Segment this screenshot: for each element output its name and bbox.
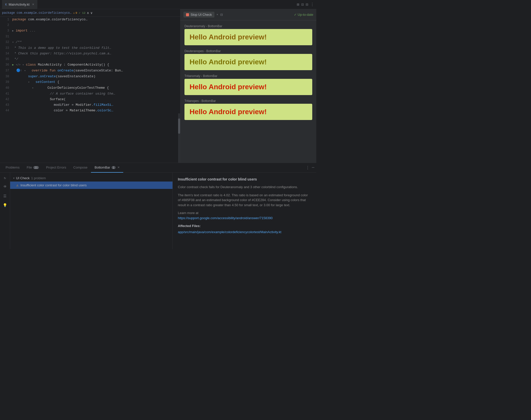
- preview-section-deuteranopes: Deuteranopes - BottomBar Hello Android p…: [184, 49, 312, 70]
- tab-compose[interactable]: Compose: [70, 163, 91, 173]
- tab-project-errors[interactable]: Project Errors: [42, 163, 70, 173]
- preview-section-deuteranomaly: Deuteranomaly - BottomBar Hello Android …: [184, 24, 312, 45]
- warning-triangle-icon: ⚠: [16, 183, 18, 187]
- main-layout: package com.example.colordeficiencyco… ⚠…: [0, 9, 316, 163]
- detail-panel: Insufficient color contrast for color bl…: [173, 173, 316, 249]
- problem-text: Insufficient color contrast for color bl…: [20, 183, 87, 187]
- ui-check-label: UI Check: [16, 176, 29, 180]
- tab-filename: MainActivity.kt: [9, 3, 29, 6]
- problem-item-contrast[interactable]: ⚠ Insufficient color contrast for color …: [10, 182, 173, 189]
- bottom-panel: Problems File 21 Project Errors Compose …: [0, 163, 316, 249]
- detail-learn-more: Learn more at https://support.google.com…: [178, 211, 311, 220]
- detail-title: Insufficient color contrast for color bl…: [178, 177, 311, 182]
- chevron-up-icon[interactable]: ∧: [87, 11, 89, 15]
- toolbar-actions: ⊞ ⊡ ⊟ ⋮: [297, 2, 314, 7]
- problems-list: ▾ UI Check 1 problem ⚠ Insufficient colo…: [10, 173, 173, 249]
- code-line-37: 37 🔵↑ ▾ override fun onCreate(savedInsta…: [0, 68, 180, 74]
- refresh-icon[interactable]: ↻: [2, 175, 8, 181]
- preview-toolbar: Stop UI Check ▾ ⊟ ✓ Up-to-date: [180, 9, 316, 20]
- section-label-deuteranopes: Deuteranopes - BottomBar: [184, 49, 312, 53]
- code-line-36: 36 ▶ </> ▾ class MainActivity : Componen…: [0, 62, 180, 68]
- code-editor: package com.example.colordeficiencyco… ⚠…: [0, 9, 180, 163]
- preview-card-deuteranopes: Hello Android preview!: [184, 54, 312, 70]
- up-to-date-indicator: ✓ Up-to-date: [294, 13, 313, 17]
- preview-section-tritanopes: Tritanopes - BottomBar Hello Android pre…: [184, 99, 312, 120]
- collapse-icon[interactable]: ▾: [13, 177, 14, 179]
- preview-card-tritanopes: Hello Android preview!: [184, 104, 312, 120]
- learn-more-link[interactable]: https://support.google.com/accessibility…: [178, 216, 273, 220]
- tab-file-label: File: [27, 166, 32, 169]
- warning-count: 9: [75, 11, 77, 14]
- detail-body1: Color contrast check fails for Deuterano…: [178, 185, 311, 190]
- stop-ui-check-button[interactable]: Stop UI Check: [183, 12, 214, 18]
- code-line-1: 1 package com.example.colordeficiencyco…: [0, 17, 180, 22]
- btab-actions: ⋮ —: [306, 165, 314, 170]
- more-vert-icon[interactable]: ⋮: [306, 165, 310, 170]
- bottom-sidebar: ↻ 👁 ☰ 💡: [0, 173, 10, 249]
- code-line-32: 32 ▾ /**: [0, 39, 180, 45]
- more-icon[interactable]: ⋮: [310, 2, 314, 7]
- preview-card-tritanomaly: Hello Android preview!: [184, 79, 312, 95]
- chevron-down-icon[interactable]: ∨: [90, 11, 92, 15]
- learn-more-prefix: Learn more at: [178, 211, 198, 215]
- code-line-33: 33 * This is a demo app to test the colo…: [0, 45, 180, 51]
- preview-content: Deuteranomaly - BottomBar Hello Android …: [180, 20, 316, 163]
- code-line-42: 42 Surface(: [0, 97, 180, 102]
- preview-split-icon[interactable]: ⊟: [220, 12, 223, 17]
- preview-dropdown-arrow[interactable]: ▾: [216, 13, 218, 17]
- code-line-35: 35 */: [0, 56, 180, 62]
- code-line-44: 44 color = MaterialTheme.colorSc…: [0, 108, 180, 113]
- ok-badge: ✓ 12: [79, 11, 85, 14]
- tab-bottombar-close[interactable]: ✕: [117, 166, 120, 169]
- stop-icon: [186, 13, 189, 16]
- tab-close-button[interactable]: ✕: [32, 3, 34, 6]
- preview-text-tritanopes: Hello Android preview!: [190, 108, 307, 116]
- tab-file[interactable]: File 21: [23, 163, 42, 173]
- bottom-tab-bar: Problems File 21 Project Errors Compose …: [0, 163, 316, 173]
- tab-file-badge: 21: [33, 166, 39, 169]
- code-line-43: 43 modifier = Modifier.fillMaxSi…: [0, 102, 180, 108]
- preview-text-deuteranomaly: Hello Android preview!: [190, 33, 307, 41]
- split-icon[interactable]: ⊡: [301, 2, 304, 7]
- tab-bottombar-badge: 1: [112, 166, 116, 169]
- code-line-2: 2: [0, 22, 180, 28]
- code-lines: 1 package com.example.colordeficiencyco……: [0, 17, 180, 113]
- section-label-tritanomaly: Tritanomaly - BottomBar: [184, 74, 312, 78]
- preview-card-deuteranomaly: Hello Android preview!: [184, 29, 312, 45]
- bottom-content: ↻ 👁 ☰ 💡 ▾ UI Check 1 problem ⚠ Insuffici…: [0, 173, 316, 249]
- affected-file-link[interactable]: app/src/main/java/com/example/colordefic…: [178, 230, 311, 235]
- tab-compose-label: Compose: [73, 166, 88, 169]
- eye-icon[interactable]: 👁: [2, 184, 8, 190]
- preview-text-tritanomaly: Hello Android preview!: [190, 83, 307, 91]
- minimize-icon[interactable]: —: [312, 165, 314, 170]
- code-line-3: 3 ▶ import ...: [0, 28, 180, 34]
- up-to-date-label: Up-to-date: [298, 13, 313, 17]
- kotlin-file-icon: K: [5, 3, 7, 6]
- tab-project-errors-label: Project Errors: [46, 166, 66, 169]
- tab-problems-label: Problems: [6, 166, 20, 169]
- ui-check-count: 1 problem: [31, 176, 46, 180]
- warnings-badge: ⚠ 9: [73, 11, 77, 14]
- preview-section-tritanomaly: Tritanomaly - BottomBar Hello Android pr…: [184, 74, 312, 95]
- code-line-40: 40 ▾ ColorDeficiencyColorTestTheme {: [0, 85, 180, 91]
- scrollbar[interactable]: [178, 113, 180, 163]
- section-label-deuteranomaly: Deuteranomaly - BottomBar: [184, 24, 312, 28]
- layout-icon[interactable]: ⊟: [306, 2, 308, 7]
- list-icon[interactable]: ☰: [2, 193, 8, 199]
- tab-problems[interactable]: Problems: [2, 163, 23, 173]
- code-line-39: 39 ▾ setContent {: [0, 79, 180, 85]
- detail-body2: The item's text contrast ratio is 4.02. …: [178, 193, 311, 208]
- bulb-icon[interactable]: 💡: [2, 202, 8, 208]
- code-line-38: 38 super.onCreate(savedInstanceState): [0, 74, 180, 79]
- affected-files-label: Affected Files:: [178, 223, 311, 229]
- tab-bottombar-label: BottomBar: [95, 166, 110, 169]
- stop-btn-label: Stop UI Check: [191, 13, 212, 17]
- tab-bottombar[interactable]: BottomBar 1 ✕: [91, 163, 123, 173]
- editor-tab[interactable]: K MainActivity.kt ✕: [2, 0, 38, 9]
- grid-icon[interactable]: ⊞: [297, 2, 299, 7]
- scroll-thumb: [178, 118, 180, 134]
- code-line-31: 31: [0, 34, 180, 39]
- warning-icon: ⚠: [73, 11, 75, 14]
- code-toolbar: package com.example.colordeficiencyco… ⚠…: [0, 9, 180, 17]
- package-path: package com.example.colordeficiencyco…: [2, 11, 72, 15]
